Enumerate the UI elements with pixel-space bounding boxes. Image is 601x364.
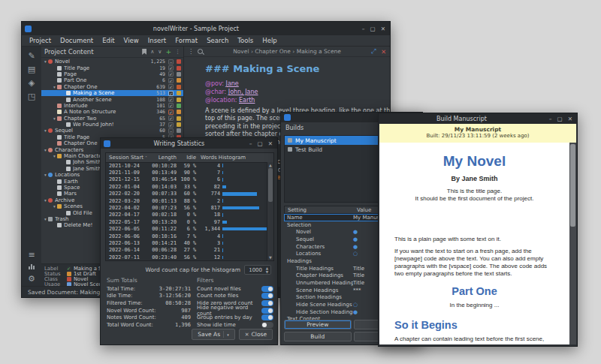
doc-menu-icon[interactable]: ⋮ <box>188 48 194 55</box>
tree-item[interactable]: We Found John! 37 ✓ <box>41 122 183 128</box>
active-checkbox[interactable]: ✓ <box>168 116 174 121</box>
tree-item[interactable]: ▾ Sequel 60 – <box>41 128 183 134</box>
minimize-icon[interactable]: – <box>549 116 552 122</box>
maximize-icon[interactable]: ▢ <box>557 116 563 122</box>
tree-item[interactable]: Interlude 101 ✓ <box>41 103 183 109</box>
active-checkbox[interactable]: ✓ <box>168 84 174 89</box>
tree-item[interactable]: ▾ Chapter Two 65 ✓ <box>41 116 183 122</box>
word-cap-spinner[interactable]: 1000 ▲▼ <box>244 265 271 275</box>
minimize-icon[interactable]: – <box>249 140 252 147</box>
minimize-icon[interactable]: – <box>362 26 365 32</box>
stats-titlebar[interactable]: Writing Statistics – ▢ ✕ <box>101 138 277 149</box>
move-up-icon[interactable]: ∧ <box>150 49 154 55</box>
filter-toggle[interactable] <box>261 286 273 292</box>
table-scrollbar[interactable]: ▲ ▼ <box>267 162 273 260</box>
session-row[interactable]: 2022-06-14 00:06:28 27 % 21 <box>106 247 267 254</box>
active-checkbox[interactable]: ✓ <box>168 97 174 102</box>
expand-arrow-icon[interactable]: ▾ <box>43 198 48 203</box>
expand-arrow-icon[interactable]: ▾ <box>52 116 57 121</box>
session-row[interactable]: 2021-12-15 03:46:54 100 % 6 <box>106 176 267 183</box>
scrollbar-thumb[interactable] <box>268 168 273 202</box>
tree-item[interactable]: Title Page 19 ✓ <box>41 65 183 71</box>
expand-arrow-icon[interactable]: ▾ <box>43 217 48 221</box>
tree-item[interactable]: Another Scene 108 ✓ <box>41 96 183 102</box>
session-row[interactable]: 2022-04-02 00:07:23 56 % 817 <box>106 204 267 211</box>
active-checkbox[interactable]: – <box>168 128 174 134</box>
preview-titlebar[interactable]: Build Manuscript – ▢ ✕ <box>379 113 577 124</box>
sessions-table[interactable]: Session Start ˄ Length Idle Words Histog… <box>105 152 274 261</box>
filter-toggle[interactable] <box>261 308 273 314</box>
active-checkbox[interactable]: ✓ <box>168 103 174 108</box>
filter-toggle[interactable] <box>261 322 273 328</box>
session-row[interactable]: 2021-10-24 00:10:28 59 % 4 <box>106 162 267 169</box>
session-row[interactable]: 2022-01-04 00:14:03 33 % 82 <box>106 183 267 190</box>
build-export-icon[interactable]: ◳ <box>22 90 41 103</box>
tag-value[interactable]: John, Jane <box>228 89 258 95</box>
manuscript-page[interactable]: My Novel By Jane Smith This is the title… <box>379 143 569 344</box>
session-row[interactable]: 2022-05-17 00:13:20 0 % 97 <box>106 218 267 225</box>
session-row[interactable]: 2021-11-09 00:13:49 90 % 7 <box>106 169 267 176</box>
close-button[interactable]: ✕Close <box>239 329 273 340</box>
tree-item[interactable]: Page 49 ✓ <box>41 71 183 77</box>
close-icon[interactable]: ✕ <box>568 116 572 122</box>
expand-arrow-icon[interactable]: ▾ <box>52 204 57 209</box>
menu-item[interactable]: Help <box>258 37 281 44</box>
active-checkbox[interactable]: ✓ <box>168 122 174 128</box>
active-checkbox[interactable]: ✓ <box>168 65 174 71</box>
expand-arrow-icon[interactable]: ▾ <box>52 85 57 89</box>
close-document-icon[interactable]: ✕ <box>381 48 386 56</box>
main-titlebar[interactable]: novelWriter - Sample Project – ▢ ✕ <box>22 22 390 35</box>
tree-item[interactable]: A Note on Structure 346 ✓ <box>41 109 183 115</box>
save-as-button[interactable]: Save As▾ <box>192 329 234 340</box>
tag-value[interactable]: Earth <box>239 97 255 104</box>
expand-arrow-icon[interactable]: ▾ <box>43 173 48 177</box>
scrollbar-thumb[interactable] <box>570 144 575 227</box>
preview-scrollbar[interactable] <box>569 143 576 344</box>
filter-toggle[interactable] <box>261 300 273 306</box>
menu-item[interactable]: Edit <box>98 37 119 44</box>
writing-stats-icon[interactable] <box>22 260 41 272</box>
tree-item[interactable]: Part One 6 ✓ <box>41 77 183 83</box>
maximize-icon[interactable]: ▢ <box>258 140 263 147</box>
active-checkbox[interactable]: ✓ <box>168 91 174 96</box>
session-row[interactable]: 2022-04-17 00:02:18 0 % 18 <box>106 212 267 218</box>
build-action-button[interactable]: Build <box>284 332 352 341</box>
maximize-editor-icon[interactable]: ⤢ <box>371 47 376 56</box>
bookmark-icon[interactable] <box>142 49 146 55</box>
build-action-button[interactable]: Preview <box>284 320 352 329</box>
close-icon[interactable]: ✕ <box>268 140 273 147</box>
expand-arrow-icon[interactable]: ▾ <box>52 154 57 158</box>
session-row[interactable]: 2022-07-11 00:23:40 56 % 12 <box>106 254 267 260</box>
menu-item[interactable]: Format <box>171 37 202 44</box>
spinner-arrows-icon[interactable]: ▲▼ <box>264 266 270 274</box>
menu-item[interactable]: Document <box>56 37 98 44</box>
session-row[interactable]: 2022-03-20 00:01:13 88 % 2 <box>106 197 267 204</box>
session-row[interactable]: 2022-06-13 00:14:21 40 % 3 <box>106 239 267 246</box>
filter-toggle[interactable] <box>261 314 273 320</box>
edit-document-icon[interactable]: ✎ <box>22 50 41 62</box>
expand-arrow-icon[interactable]: ▾ <box>43 128 48 133</box>
menu-item[interactable]: Insert <box>143 37 171 44</box>
filter-toggle[interactable] <box>261 293 273 299</box>
tag-value[interactable]: Jane <box>226 80 239 87</box>
close-icon[interactable]: ✕ <box>381 26 385 32</box>
menu-item[interactable]: Tools <box>233 37 258 44</box>
add-item-icon[interactable]: + <box>165 48 171 56</box>
move-down-icon[interactable]: ∨ <box>158 49 162 55</box>
menu-item[interactable]: View <box>119 37 143 44</box>
tree-menu-icon[interactable]: ⋮ <box>175 49 180 55</box>
menu-item[interactable]: Project <box>25 37 56 44</box>
session-row[interactable]: 2022-06-05 00:11:22 6 % 1,344 <box>106 226 267 233</box>
active-checkbox[interactable]: ✓ <box>168 110 174 115</box>
settings-gear-icon[interactable]: ⚙ <box>22 272 41 285</box>
novel-view-icon[interactable]: ◈ <box>22 77 41 89</box>
session-row[interactable]: 2022-02-20 00:07:33 60 % 774 <box>106 191 267 197</box>
active-checkbox[interactable]: ✓ <box>168 71 174 77</box>
search-icon[interactable] <box>198 49 203 54</box>
active-checkbox[interactable]: ✓ <box>168 78 174 83</box>
tree-item[interactable]: ▾ Chapter One 639 ✓ <box>41 84 183 90</box>
tree-item[interactable]: ▾ Novel 1,225 – <box>41 59 183 65</box>
word-cap-value[interactable]: 1000 <box>245 267 264 273</box>
menu-item[interactable]: Search <box>202 37 233 44</box>
maximize-icon[interactable]: ▢ <box>370 26 376 32</box>
